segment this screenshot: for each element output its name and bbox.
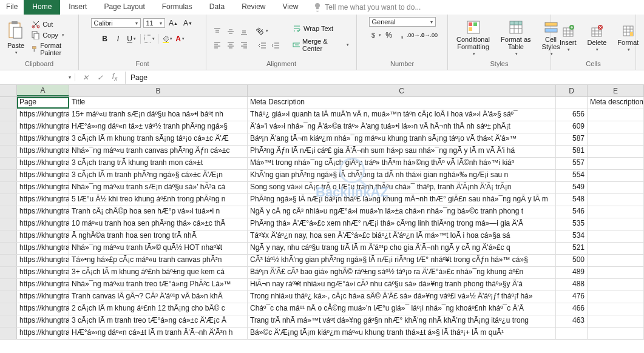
cell[interactable]: 587 [556,133,588,145]
cell[interactable]: Nhá»¯ng máº«u tranh treo tÆ°á»ng PhÃ²c L… [69,279,248,291]
cell[interactable]: 549 [556,182,588,193]
cell[interactable]: 534 [556,230,588,242]
cell[interactable]: 489 [556,267,588,278]
cell[interactable]: Meta Description [248,97,556,109]
font-size-combo[interactable]: 11▾ [143,18,165,28]
delete-cells-button[interactable]: Delete▾ [584,23,611,53]
cell[interactable]: Tranh canvas lÃ gÃ¬­? CÃ³ Ä'áº¹p vÃ bá»n… [69,291,248,303]
col-header-c[interactable]: C [248,85,556,96]
cell[interactable]: https://khungtran [17,121,69,133]
cell[interactable] [588,218,644,230]
cell[interactable]: 546 [556,206,588,218]
decrease-font-button[interactable]: A▼ [182,17,194,29]
cell[interactable]: https://khungtran [17,328,69,339]
cell[interactable]: Cháº¯c cha máº¹ nÃ o cÅ©ng muá»'n lÆ°u g… [248,303,556,315]
cell[interactable]: 521 [556,243,588,254]
font-color-button[interactable]: A▾ [174,33,186,45]
insert-cells-button[interactable]: Insert▾ [556,23,580,53]
tab-insert[interactable]: Insert [60,0,95,15]
copy-button[interactable]: Copy▾ [30,30,73,40]
cell[interactable]: https://khungtran [17,267,69,278]
tab-home[interactable]: Home [24,0,60,15]
cell[interactable]: https://khungtran [17,291,69,303]
tab-formulas[interactable]: Formulas [154,0,201,15]
col-header-d[interactable]: D [556,85,588,96]
cell[interactable]: 15+ máº«u tranh sÆ¡n dáº§u hoa ná»•i báº… [69,109,248,121]
cell[interactable] [588,182,644,193]
cell[interactable]: 3 cÃ¡ch lÃ m tranh phÃ²ng ngá»§ cá»±c Ä'… [69,170,248,181]
increase-indent-button[interactable] [269,39,282,52]
cell[interactable]: CÃ³ láº½ khÃ'ng gian phÃ²ng ngá»§ lÃ nÆ¡… [248,255,556,266]
cell[interactable]: NgÃ y cÃ ng cÃ³ nhiá»u ngÆ°á»i muá»'n lá… [248,206,556,218]
cell[interactable]: https://khungtran [17,315,69,327]
italic-button[interactable]: I [112,33,124,45]
cell[interactable] [588,206,644,218]
bold-button[interactable]: B [99,33,111,45]
cell[interactable]: 3 cÃ¡ch lÃ m khung tranh sÃ¡ng táº¡o cá»… [69,133,248,145]
cell[interactable]: KhÃ'ng gian phÃ²ng ngá»§ lÃ chÃ¹ong ta d… [248,170,556,181]
cell[interactable]: https://khungtran [17,255,69,266]
spreadsheet-grid[interactable]: PageTitleMeta DescriptionMeta descriptio… [0,97,644,340]
cell[interactable] [588,109,644,121]
cell[interactable] [588,267,644,278]
format-cells-button[interactable]: Format▾ [614,23,642,53]
cell[interactable]: Title [69,97,248,109]
cell[interactable] [588,230,644,242]
fill-color-button[interactable]: ▾ [161,33,173,45]
cell[interactable]: 2 cÃ¡ch lÃ m khung áº£nh 12 thÃ¡ng cho b… [69,303,248,315]
cell[interactable]: Nhá»¯ng máº«u tranh sÆ¡n dáº§u sá»' hÃ³a… [69,182,248,193]
tab-review[interactable]: Review [233,0,274,15]
cell[interactable]: PhÃ²ng ngá»§ lÃ nÆ¡i báº¡n tháº£ lá»ng k… [248,194,556,206]
tell-me-search[interactable]: Tell me what you want to do... [307,0,644,15]
align-top-button[interactable] [211,25,223,38]
cell[interactable]: 548 [556,194,588,206]
cell[interactable]: HiÃ¬n nay ráº¥t nhiá»u ngÆ°á»i cÃ³ nhu c… [248,279,556,291]
cell[interactable]: 10 máº«u tranh hoa sen phÃ²ng thá» cá»±c… [69,218,248,230]
format-painter-button[interactable]: Format Painter [30,41,73,57]
cell[interactable]: 500 [556,255,588,266]
cell[interactable]: 3 cÃ¡ch lÃ m tranh treo tÆ°á»ng cá»±c Ä'… [69,315,248,327]
cell[interactable]: 609 [556,121,588,133]
cell[interactable]: 3 cÃ¡ch trang trÃ­ khung tranh mon cá»±t [69,158,248,169]
cell[interactable] [588,291,644,303]
enter-formula-button[interactable]: ✓ [93,72,107,84]
cell[interactable]: https://khungtran [17,243,69,254]
cell[interactable]: HÆ°á»›ng dáº«n tá»± váº½ tranh phÃ²ng ng… [69,121,248,133]
cell[interactable] [588,328,644,339]
align-middle-button[interactable] [225,25,237,38]
cell[interactable]: https://khungtran [17,206,69,218]
borders-button[interactable]: ▾ [143,33,155,45]
align-left-button[interactable] [211,39,223,51]
cell[interactable]: Bá»©c Ä'Æ¡ng tÃ¡m kiáº¿m máº«u khung tra… [248,328,556,339]
cell[interactable] [588,121,644,133]
cell[interactable]: https://khungtran [17,230,69,242]
cell[interactable]: Tranh cÃ¡ chÃ©p hoa sen hÆ°p vá»›i tuá»•… [69,206,248,218]
cell[interactable]: Trong nhiá»u tháº¿ ká»·, cÃ¡c há»a sÄ© Ä… [248,291,556,303]
cell[interactable] [588,243,644,254]
cell[interactable] [588,133,644,145]
cell[interactable]: https://khungtran [17,303,69,315]
tab-view[interactable]: View [274,0,307,15]
number-format-combo[interactable]: General▾ [369,17,436,27]
cell[interactable]: Nhá»¯ng máº«u tranh canvas phÃ²ng Äƒn cá… [69,146,248,157]
cell[interactable]: HÆ°á»›ng dáº«n cá»±t lÃ m tranh Ä'Ã¬nh Ä… [69,328,248,339]
cell[interactable] [588,255,644,266]
cell[interactable] [588,146,644,157]
cell[interactable] [588,303,644,315]
cell[interactable] [556,328,588,339]
cell[interactable]: https://khungtran [17,182,69,193]
underline-button[interactable]: U▾ [126,33,138,45]
tab-file[interactable]: File [0,0,24,15]
cell[interactable]: 463 [556,315,588,327]
increase-font-button[interactable]: A▲ [168,17,180,29]
cell[interactable]: 488 [556,279,588,291]
cell[interactable]: 476 [556,291,588,303]
cell[interactable]: https://khungtran [17,218,69,230]
merge-center-button[interactable]: Merge & Center▾ [290,36,351,53]
col-header-e[interactable]: E [588,85,644,96]
format-as-table-button[interactable]: Format as Table▾ [497,19,535,58]
cell[interactable]: 557 [556,158,588,169]
cell[interactable]: Page [17,97,69,109]
cell[interactable]: 656 [556,109,588,121]
conditional-formatting-button[interactable]: Conditional Formatting▾ [453,19,493,58]
